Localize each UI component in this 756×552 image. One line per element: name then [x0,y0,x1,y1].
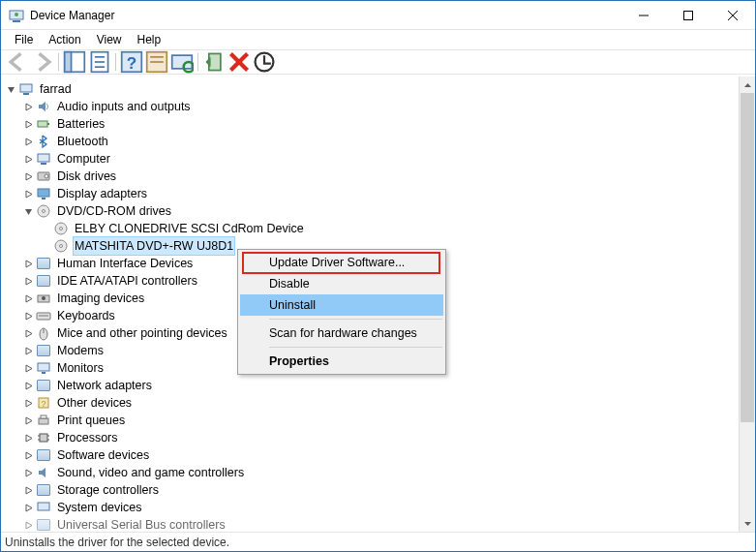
tree-item[interactable]: Display adapters [5,185,755,202]
expand-icon[interactable] [22,153,34,165]
tree-item[interactable]: ?Other devices [5,394,755,412]
svg-rect-1 [13,20,20,22]
maximize-button[interactable] [666,1,711,30]
close-button[interactable] [711,1,755,30]
back-button [6,51,29,73]
printer-icon [36,413,51,428]
menu-action[interactable]: Action [41,31,88,48]
tree-item[interactable]: Batteries [5,115,755,133]
expand-icon[interactable] [22,345,34,356]
expand-icon[interactable] [22,101,34,112]
toolbar: ? [1,49,755,75]
tree-item[interactable]: System devices [5,499,755,516]
cm-disable[interactable]: Disable [240,273,443,294]
cm-separator [269,347,442,348]
help-button[interactable]: ? [120,51,143,73]
collapse-icon[interactable] [22,205,34,217]
network-icon [36,378,51,393]
display-icon [36,186,51,201]
cm-uninstall[interactable]: Uninstall [240,294,443,316]
properties-button[interactable] [88,51,111,73]
collapse-icon[interactable] [5,83,16,95]
scan-hardware-button[interactable] [170,51,194,73]
cm-properties[interactable]: Properties [240,351,443,372]
expand-icon[interactable] [22,170,34,182]
menu-help[interactable]: Help [130,31,169,48]
menu-view[interactable]: View [89,31,130,48]
forward-button [31,51,54,73]
tree-item[interactable]: Software devices [5,446,755,464]
tree-item[interactable]: Computer [5,150,755,168]
tree-item[interactable]: ELBY CLONEDRIVE SCSI CdRom Device [5,220,755,237]
update-driver-button[interactable] [202,51,226,73]
uninstall-button[interactable] [227,51,251,73]
menu-file[interactable]: File [7,31,41,48]
tree-item[interactable]: Sound, video and game controllers [5,464,755,481]
expand-icon[interactable] [22,118,34,130]
dvd-icon [53,221,69,236]
expand-icon[interactable] [22,362,34,374]
svg-rect-4 [684,11,693,19]
scroll-up-button[interactable] [740,77,755,93]
svg-rect-27 [47,123,49,125]
expand-icon[interactable] [22,327,34,339]
tree-root[interactable]: farrad [5,80,755,98]
tree-item[interactable]: Print queues [5,412,755,429]
battery-icon [36,116,51,132]
usb-icon [36,517,51,532]
modem-icon [36,343,51,358]
scroll-down-button[interactable] [740,515,755,532]
scroll-thumb[interactable] [741,93,754,422]
expand-icon[interactable] [22,467,34,478]
tree-item[interactable]: Bluetooth [5,133,755,150]
window-controls [621,1,755,30]
monitor-icon [36,360,51,376]
svg-rect-50 [39,418,48,424]
audio-icon [36,99,51,114]
svg-rect-26 [38,121,47,127]
expand-icon[interactable] [22,258,34,269]
svg-text:?: ? [41,399,45,409]
statusbar: Uninstalls the driver for the selected d… [1,532,755,551]
storage-icon [36,482,51,498]
expand-icon[interactable] [22,414,34,426]
svg-point-37 [60,228,63,230]
computer-icon [18,81,34,97]
tree-item[interactable]: Universal Serial Bus controllers [5,516,755,532]
action-button[interactable] [145,51,168,73]
svg-rect-25 [23,93,29,95]
tree-item[interactable]: Processors [5,429,755,446]
cm-update-driver[interactable]: Update Driver Software... [240,252,443,273]
expand-icon[interactable] [22,502,34,513]
system-icon [36,500,51,515]
minimize-button[interactable] [621,1,666,30]
tree-item[interactable]: Storage controllers [5,481,755,499]
tree-item[interactable]: Disk drives [5,168,755,185]
tree-item[interactable]: Network adapters [5,377,755,394]
expand-icon[interactable] [22,519,34,531]
expand-icon[interactable] [22,397,34,409]
cm-scan[interactable]: Scan for hardware changes [240,322,443,344]
app-icon [9,8,24,23]
expand-icon[interactable] [22,310,34,322]
svg-point-39 [60,245,63,248]
dvd-icon [36,203,51,219]
tree-item[interactable]: Audio inputs and outputs [5,98,755,115]
expand-icon[interactable] [22,275,34,287]
other-icon: ? [36,395,51,411]
svg-point-41 [42,296,45,300]
disable-button[interactable] [253,51,276,73]
expand-icon[interactable] [22,484,34,496]
expand-icon[interactable] [22,136,34,147]
expand-icon[interactable] [22,380,34,391]
tree-item-dvd[interactable]: DVD/CD-ROM drives [5,202,755,220]
svg-point-2 [15,13,18,16]
expand-icon[interactable] [22,292,34,304]
expand-icon[interactable] [22,188,34,199]
show-hide-tree-button[interactable] [63,51,86,73]
expand-icon[interactable] [22,449,34,461]
svg-rect-47 [42,372,45,374]
window-title: Device Manager [30,9,621,22]
expand-icon[interactable] [22,432,34,444]
vertical-scrollbar[interactable] [739,77,755,532]
